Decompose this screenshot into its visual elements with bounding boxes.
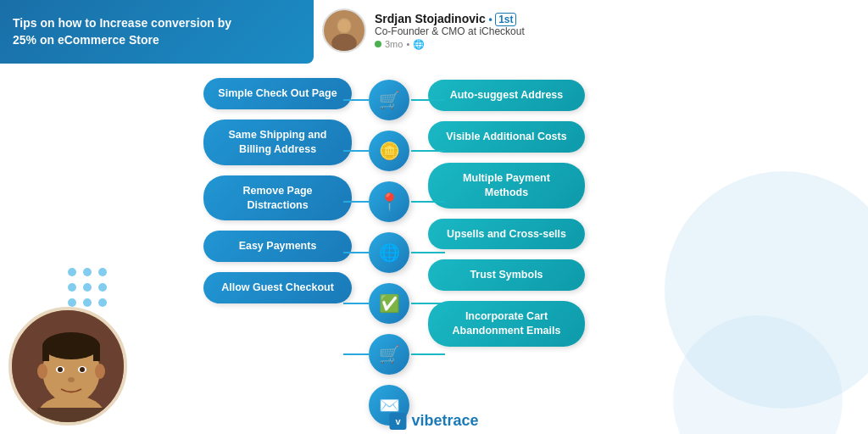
svg-point-2 xyxy=(331,34,357,53)
svg-rect-22 xyxy=(93,344,100,361)
right-item-4: Trust Symbols xyxy=(428,259,585,291)
profile-section: Srdjan Stojadinovic • 1st Co-Founder & C… xyxy=(322,8,525,53)
left-item-3: Easy Payments xyxy=(203,231,352,262)
svg-point-3 xyxy=(338,19,351,32)
icon-coins: 🪙 xyxy=(369,131,409,171)
header-title: Tips on how to Increase conversion by 25… xyxy=(13,15,231,48)
left-item-4: Allow Guest Checkout xyxy=(203,272,352,303)
profile-meta: 3mo • 🌐 xyxy=(375,39,525,50)
left-items-group: Simple Check Out Page Same Shipping and … xyxy=(203,76,352,303)
right-item-1: Visible Additional Costs xyxy=(428,121,585,153)
right-item-2: Multiple Payment Methods xyxy=(428,163,585,209)
person-photo xyxy=(8,307,127,426)
vibetrace-icon: v xyxy=(389,413,406,430)
svg-point-25 xyxy=(58,367,63,372)
icon-location: 📍 xyxy=(369,181,409,222)
svg-point-26 xyxy=(80,367,85,372)
svg-rect-18 xyxy=(37,408,105,426)
center-icons-group: 🛒 🪙 📍 🌐 ✅ 🛒 ✉️ xyxy=(369,76,409,426)
svg-rect-21 xyxy=(42,344,49,361)
online-indicator xyxy=(375,41,381,47)
svg-point-29 xyxy=(95,364,105,379)
icon-cart2: 🛒 xyxy=(369,334,409,375)
icon-check: ✅ xyxy=(369,283,409,324)
vibetrace-text: vibetrace xyxy=(411,412,478,430)
svg-point-20 xyxy=(42,332,100,359)
vibetrace-branding: v vibetrace xyxy=(389,412,478,430)
profile-title: Co-Founder & CMO at iCheckout xyxy=(375,25,525,37)
right-item-3: Upsells and Cross-sells xyxy=(428,219,585,250)
right-item-5: Incorporate Cart Abandonment Emails xyxy=(428,301,585,347)
right-items-group: Auto-suggest Address Visible Additional … xyxy=(428,76,585,347)
svg-point-27 xyxy=(68,377,75,382)
svg-point-28 xyxy=(37,364,47,379)
profile-name: Srdjan Stojadinovic • 1st xyxy=(375,12,525,25)
profile-info: Srdjan Stojadinovic • 1st Co-Founder & C… xyxy=(375,12,525,50)
globe-icon: 🌐 xyxy=(413,39,425,50)
header-banner: Tips on how to Increase conversion by 25… xyxy=(0,0,314,64)
left-item-0: Simple Check Out Page xyxy=(203,78,352,109)
icon-cart: 🛒 xyxy=(369,80,409,120)
left-item-2: Remove Page Distractions xyxy=(203,175,352,221)
left-item-1: Same Shipping and Billing Address xyxy=(203,120,352,165)
icon-globe: 🌐 xyxy=(369,232,409,273)
dot-decoration xyxy=(68,268,107,307)
avatar xyxy=(322,8,366,53)
right-item-0: Auto-suggest Address xyxy=(428,80,585,111)
main-diagram: Simple Check Out Page Same Shipping and … xyxy=(136,76,860,400)
